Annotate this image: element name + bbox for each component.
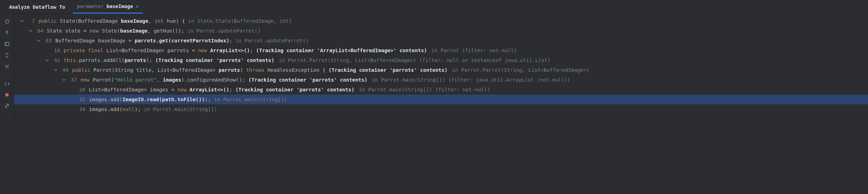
line-number: 37 (69, 75, 77, 85)
tree-row[interactable]: 7public State(BufferedImage baseImage, i… (14, 16, 868, 26)
tree-row[interactable]: 40public Parrot(String title, List<Buffe… (14, 65, 868, 75)
code-text: new Parrot("Hello parrot", images).confi… (80, 75, 570, 85)
refresh-icon[interactable] (3, 18, 10, 25)
tree-row[interactable]: 26List<BufferedImage> images = new Array… (14, 85, 868, 95)
code-text: images.add(ImageIO.read(path.toFile()));… (89, 95, 287, 104)
tab-strong: baseImage (106, 4, 133, 9)
code-text: images.add(null); in Parrot.main(String[… (89, 104, 217, 114)
line-number: 42 (52, 55, 60, 65)
collapse-icon[interactable] (3, 63, 10, 70)
code-text: State state = new State(baseImage, getHu… (47, 26, 261, 36)
tree-row[interactable]: 84State state = new State(baseImage, get… (14, 26, 868, 36)
line-number: 7 (27, 16, 35, 26)
record-icon[interactable] (3, 91, 10, 98)
tab-active[interactable]: parameter baseImage ✕ (73, 0, 143, 14)
expand-vertical-icon[interactable] (3, 52, 10, 59)
tabbar: Analyze Dataflow To parameter baseImage … (0, 0, 868, 14)
chevron-down-icon[interactable] (52, 67, 59, 73)
code-text: public State(BufferedImage baseImage, in… (38, 16, 292, 26)
panel-title: Analyze Dataflow To (9, 0, 65, 14)
tree-row[interactable]: 18private final List<BufferedImage> parr… (14, 46, 868, 55)
tree-row[interactable]: 37new Parrot("Hello parrot", images).con… (14, 75, 868, 85)
chevron-down-icon[interactable] (27, 28, 34, 34)
chevron-down-icon[interactable] (61, 77, 67, 83)
close-icon[interactable]: ✕ (136, 4, 138, 9)
line-number: 84 (35, 26, 43, 36)
separator (3, 75, 11, 75)
svg-rect-0 (5, 42, 9, 46)
line-number: 32 (77, 95, 85, 104)
svg-point-1 (5, 93, 9, 97)
line-number: 40 (60, 65, 69, 75)
code-text: this.parrots.addAll(parrots); (Tracking … (64, 55, 550, 65)
dataflow-tree[interactable]: 7public State(BufferedImage baseImage, i… (14, 14, 868, 122)
code-text: List<BufferedImage> images = new ArrayLi… (89, 85, 490, 95)
line-number: 18 (52, 46, 60, 55)
export-icon[interactable] (3, 103, 10, 110)
sidebar (0, 14, 14, 122)
up-arrow-icon[interactable] (3, 29, 10, 36)
tree-row[interactable]: 34images.add(null); in Parrot.main(Strin… (14, 104, 868, 114)
tree-row[interactable]: 32images.add(ImageIO.read(path.toFile())… (14, 95, 868, 104)
chevron-down-icon[interactable] (36, 37, 42, 44)
layout-icon[interactable] (3, 41, 10, 48)
line-number: 83 (43, 36, 52, 46)
line-number: 34 (77, 104, 85, 114)
tree-row[interactable]: 83BufferedImage baseImage = parrots.get(… (14, 36, 868, 46)
line-number: 26 (77, 85, 85, 95)
tree-row[interactable]: 42this.parrots.addAll(parrots); (Trackin… (14, 55, 868, 65)
tab-prefix: parameter (77, 4, 104, 9)
code-text: public Parrot(String title, List<Buffere… (72, 65, 589, 75)
code-text: private final List<BufferedImage> parrot… (64, 46, 517, 55)
chevron-down-icon[interactable] (19, 18, 25, 24)
chevron-down-icon[interactable] (44, 57, 50, 63)
code-text: BufferedImage baseImage = parrots.get(cu… (55, 36, 309, 46)
code-icon[interactable] (3, 80, 10, 87)
